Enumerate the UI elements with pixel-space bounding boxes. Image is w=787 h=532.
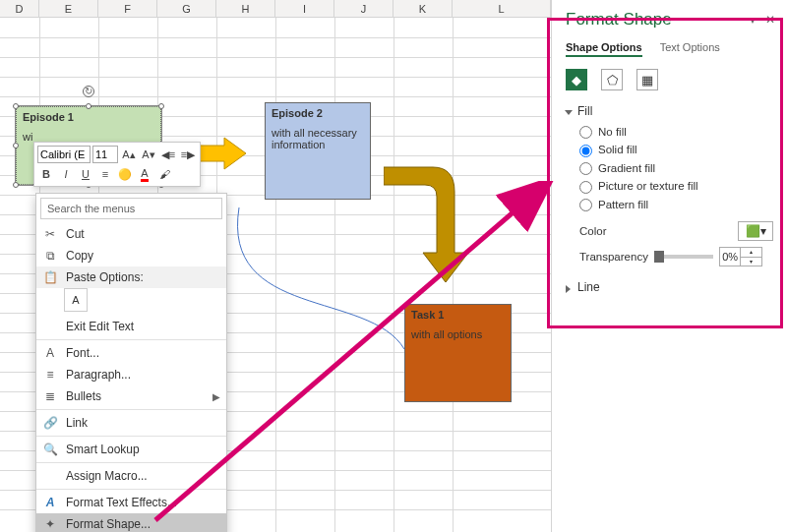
search-menus-input[interactable]: Search the menus: [40, 198, 222, 219]
col-header-f[interactable]: F: [98, 0, 157, 18]
resize-handle[interactable]: [13, 143, 19, 148]
shape-body: with all necessary information: [272, 127, 364, 150]
radio-picture-fill[interactable]: Picture or texture fill: [579, 180, 773, 193]
italic-button[interactable]: I: [57, 165, 75, 183]
col-header-i[interactable]: I: [275, 0, 334, 18]
panel-options-icon[interactable]: ▾: [750, 13, 756, 27]
format-painter-icon[interactable]: 🖌: [155, 165, 173, 183]
menu-bullets[interactable]: ≣Bullets▶: [36, 385, 226, 407]
color-picker-button[interactable]: 🟩▾: [738, 221, 773, 241]
cut-icon: ✂: [42, 226, 58, 242]
menu-smart-lookup[interactable]: 🔍Smart Lookup: [36, 439, 226, 460]
resize-handle[interactable]: [86, 103, 91, 109]
section-line[interactable]: Line: [566, 280, 773, 294]
menu-label: Bullets: [66, 389, 101, 403]
menu-label: Font...: [66, 346, 99, 360]
menu-label: Link: [66, 416, 88, 430]
color-label: Color: [579, 225, 606, 237]
font-color-icon[interactable]: A: [136, 165, 153, 183]
font-icon: A: [42, 345, 58, 361]
shape-episode-2[interactable]: Episode 2 with all necessary information: [265, 102, 371, 200]
shape-title: Episode 2: [272, 107, 364, 119]
align-icon[interactable]: ≡: [96, 165, 114, 183]
link-icon: 🔗: [42, 415, 58, 431]
size-tab-icon[interactable]: ▦: [636, 69, 658, 90]
tab-shape-options[interactable]: Shape Options: [566, 41, 642, 57]
shape-title: Episode 1: [23, 111, 154, 123]
font-name-input[interactable]: [37, 146, 91, 163]
transparency-label: Transparency: [579, 251, 648, 263]
tab-text-options[interactable]: Text Options: [660, 41, 720, 57]
menu-copy[interactable]: ⧉Copy: [36, 245, 226, 266]
radio-no-fill[interactable]: No fill: [579, 126, 773, 139]
menu-assign-macro[interactable]: Assign Macro...: [36, 465, 226, 487]
underline-button[interactable]: U: [77, 165, 94, 183]
menu-label: Exit Edit Text: [66, 320, 134, 333]
menu-label: Format Shape...: [66, 517, 151, 531]
menu-format-text-effects[interactable]: AFormat Text Effects...: [36, 492, 226, 513]
menu-label: Smart Lookup: [66, 443, 140, 456]
menu-cut[interactable]: ✂Cut: [36, 223, 226, 245]
effects-tab-icon[interactable]: ⬠: [601, 69, 623, 90]
bullets-icon: ≣: [42, 388, 58, 404]
mini-toolbar: A▴ A▾ ◀≡ ≡▶ B I U ≡ 🟡 A 🖌: [33, 142, 201, 187]
shape-body: with all options: [411, 328, 505, 340]
resize-handle[interactable]: [158, 103, 164, 109]
menu-format-shape[interactable]: ✦Format Shape...: [36, 513, 226, 532]
decrease-indent-icon[interactable]: ◀≡: [159, 146, 177, 163]
section-fill[interactable]: Fill: [566, 104, 773, 118]
paste-text-only-icon[interactable]: A: [64, 288, 88, 312]
resize-handle[interactable]: [13, 103, 19, 109]
col-header-g[interactable]: G: [157, 0, 216, 18]
resize-handle[interactable]: [13, 182, 19, 188]
bold-button[interactable]: B: [37, 165, 55, 183]
col-header-d[interactable]: D: [0, 0, 39, 18]
shape-title: Task 1: [411, 309, 505, 321]
paragraph-icon: ≡: [42, 367, 58, 383]
col-header-e[interactable]: E: [39, 0, 98, 18]
menu-exit-edit[interactable]: Exit Edit Text: [36, 316, 226, 337]
fill-color-icon[interactable]: 🟡: [116, 165, 134, 183]
panel-title: Format Shape: [566, 10, 672, 30]
menu-font[interactable]: AFont...: [36, 342, 226, 364]
connector-curve[interactable]: [231, 202, 408, 369]
rotate-handle-icon[interactable]: [83, 86, 94, 97]
col-header-l[interactable]: L: [453, 0, 551, 18]
search-icon: 🔍: [42, 442, 58, 457]
increase-indent-icon[interactable]: ≡▶: [179, 146, 197, 163]
paste-icon: 📋: [42, 269, 58, 285]
close-icon[interactable]: ✕: [765, 13, 775, 27]
col-header-k[interactable]: K: [394, 0, 453, 18]
text-effects-icon: A: [42, 495, 58, 510]
chevron-right-icon: ▶: [212, 391, 220, 402]
menu-label: Cut: [66, 227, 85, 241]
radio-solid-fill[interactable]: Solid fill: [579, 144, 773, 156]
radio-pattern-fill[interactable]: Pattern fill: [579, 199, 773, 211]
fill-radio-group: No fill Solid fill Gradient fill Picture…: [566, 126, 773, 211]
shape-task-1[interactable]: Task 1 with all options: [404, 304, 512, 402]
menu-label: Paste Options:: [66, 270, 144, 284]
menu-label: Paragraph...: [66, 368, 131, 382]
menu-link[interactable]: 🔗Link: [36, 412, 226, 434]
format-shape-panel: Format Shape ▾ ✕ Shape Options Text Opti…: [551, 0, 787, 532]
fill-line-tab-icon[interactable]: ◆: [566, 69, 587, 90]
font-size-input[interactable]: [92, 146, 118, 163]
menu-paste-options: 📋Paste Options:: [36, 266, 226, 288]
col-header-h[interactable]: H: [216, 0, 275, 18]
context-menu: Search the menus ✂Cut ⧉Copy 📋Paste Optio…: [35, 193, 227, 532]
menu-label: Assign Macro...: [66, 469, 148, 483]
menu-label: Format Text Effects...: [66, 496, 177, 509]
transparency-slider[interactable]: [654, 255, 713, 259]
radio-gradient-fill[interactable]: Gradient fill: [579, 162, 773, 175]
increase-font-icon[interactable]: A▴: [120, 146, 138, 163]
decrease-font-icon[interactable]: A▾: [140, 146, 157, 163]
copy-icon: ⧉: [42, 248, 58, 264]
format-shape-icon: ✦: [42, 516, 58, 532]
menu-label: Copy: [66, 249, 93, 263]
col-header-j[interactable]: J: [334, 0, 394, 18]
transparency-spinner[interactable]: 0%▴▾: [719, 247, 762, 266]
menu-paragraph[interactable]: ≡Paragraph...: [36, 364, 226, 385]
